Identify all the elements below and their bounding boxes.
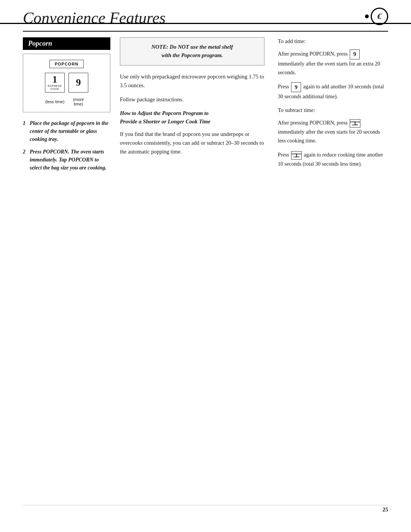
sub-time-para1: After pressing POPCORN, press 1 EXPRESS … [278,118,388,145]
step-1-text: Place the package of popcorn in the cent… [30,120,108,142]
popcorn-button-diagram: POPCORN [49,60,84,68]
add-time-pre2: Press [278,84,289,89]
body-text-1: Use only with prepackaged microwave popc… [120,72,264,90]
subheading: How to Adjust the Popcorn Program to Pro… [120,109,264,126]
add-time-label: To add time: [278,37,388,46]
key-1-inline-1: 1 EXPRESS COOK [350,119,360,128]
logo-symbol: € [378,11,382,21]
add-time-para1: After pressing POPCORN, press 9 immediat… [278,50,388,77]
key-9-inline-2: 9 [291,82,301,92]
sub-time-post1: immediately after the oven starts for 20… [278,129,380,144]
page-number: 25 [382,506,388,513]
logo-dot [365,14,369,18]
diagram-buttons-row: 1 EXPRESS COOK 9 [45,73,88,93]
add-time-text2: Press 9 again to add another 10 seconds … [278,82,388,101]
step-1-num: 1 [23,119,25,127]
body-text-3: If you find that the brand of popcorn yo… [120,130,264,157]
sub-time-para2: Press 1 EXPRESS COOK again to reduce coo… [278,150,388,168]
key-1-label: EXPRESS COOK [45,85,64,90]
main-content: Popcorn POPCORN 1 EXPRESS COOK 9 (less t… [0,32,411,176]
add-time-para2: Press 9 again to add another 10 seconds … [278,82,388,101]
middle-column: NOTE: Do NOT use the metal shelf with th… [110,32,274,176]
section-heading-label: Popcorn [28,40,52,47]
key-1-inline-1-label: EXPRESS COOK [350,120,360,127]
subheading-line2: Provide a Shorter or Longer Cook Time [120,118,210,125]
sub-time-text2: Press 1 EXPRESS COOK again to reduce coo… [278,150,388,168]
right-column: To add time: After pressing POPCORN, pre… [274,32,388,176]
add-time-pre1: After pressing POPCORN, press [278,51,348,57]
key-9-number: 9 [76,78,81,88]
key-1-button: 1 EXPRESS COOK [45,73,65,93]
sub-time-pre2: Press [278,152,289,158]
note-line1: NOTE: Do NOT use the metal shelf [151,44,233,50]
diagram-label-more: (more time) [68,97,88,106]
left-column: Popcorn POPCORN 1 EXPRESS COOK 9 (less t… [23,32,110,176]
body-text-2: Follow package instructions. [120,95,264,104]
section-heading-bar: Popcorn [23,37,110,50]
step-2-num: 2 [23,148,25,156]
key-9-inline-1: 9 [350,50,360,59]
step-2-text: Press POPCORN. The oven starts immediate… [30,149,107,171]
sub-time-text1: After pressing POPCORN, press 1 EXPRESS … [278,118,388,145]
steps-list: 1 Place the package of popcorn in the ce… [23,119,110,172]
note-text: NOTE: Do NOT use the metal shelf with th… [127,43,257,60]
key-9-button: 9 [68,73,88,93]
add-time-post1: immediately after the oven starts for an… [278,61,380,75]
key-1-inline-2-label: EXPRESS COOK [292,152,301,159]
diagram-labels-row: (less time) (more time) [45,97,88,106]
add-time-text1: After pressing POPCORN, press 9 immediat… [278,50,388,77]
sub-time-pre1: After pressing POPCORN, press [278,120,348,126]
key-1-inline-2: 1 EXPRESS COOK [291,151,302,160]
step-2: 2 Press POPCORN. The oven starts immedia… [23,148,110,172]
diagram-box: POPCORN 1 EXPRESS COOK 9 (less time) (mo… [23,54,110,112]
note-box: NOTE: Do NOT use the metal shelf with th… [120,37,264,66]
key-1-number: 1 [53,75,57,85]
page-container: Convenience Features € Popcorn POPCORN 1… [0,0,411,532]
subheading-line1: How to Adjust the Popcorn Program to [120,110,209,116]
subtract-time-label: To subtract time: [278,106,388,115]
logo-area: € [365,6,388,25]
note-line2: with the Popcorn program. [161,52,223,58]
step-1: 1 Place the package of popcorn in the ce… [23,119,110,143]
bottom-rule [23,505,388,505]
top-rule [0,23,411,24]
diagram-label-less: (less time) [45,99,65,104]
